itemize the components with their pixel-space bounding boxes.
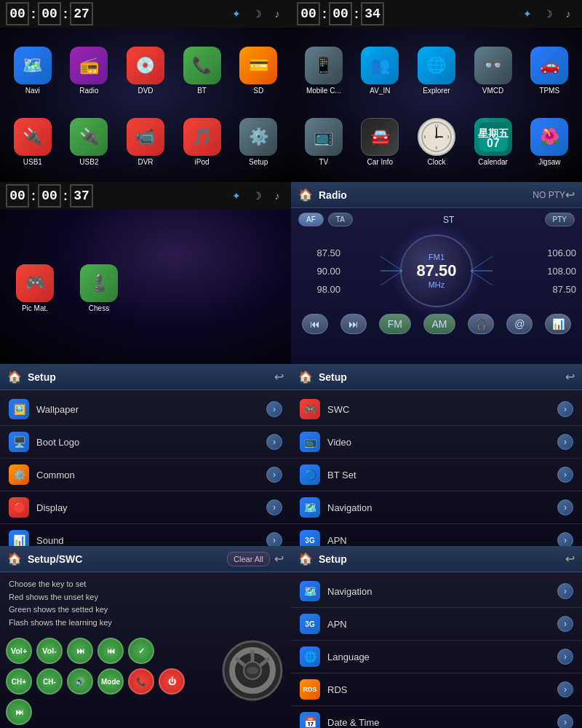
radio-af-btn[interactable]: AF [298,213,324,226]
radio-btn-prev[interactable]: ⏮ [302,314,328,334]
setup-item-swc2[interactable]: 🎮 SWC › [291,393,582,426]
swc-btn-power[interactable]: ⏻ [159,668,185,695]
swc-buttons: Vol+ Vol- ⏭ ⏮ ✓ CH+ CH- 🔊 Mode 📞 ⏻ ⏭ [6,638,212,728]
swc-btn-prev[interactable]: ⏮ [97,638,124,664]
radio-btn-headphone[interactable]: 🎧 [468,314,494,334]
swc-btn-mute[interactable]: 🔊 [67,668,93,695]
app-explorer[interactable]: 🌐 Explorer [410,36,463,105]
app-picmat[interactable]: 🎮 Pic Mat. [6,218,64,358]
app-radio[interactable]: 📻 Radio [63,36,116,105]
time-seg-h1: 00 [6,2,29,25]
setup-item-display[interactable]: 🔴 Display › [0,491,291,524]
steering-wheel-icon [220,638,285,703]
app-mobile[interactable]: 📱 Mobile C... [297,36,351,105]
setup-item-bootlogo[interactable]: 🖥️ Boot Logo › [0,426,291,459]
app-vmcd[interactable]: 👓 VMCD [466,36,520,105]
volume-icon-2: ♪ [560,6,576,22]
app-ipod[interactable]: 🎵 iPod [175,108,229,176]
app-tpms[interactable]: 🚗 TPMS [522,36,576,105]
app-chess[interactable]: ♟️ Chess [70,218,128,358]
app-dvr[interactable]: 📹 DVR [119,108,172,176]
moon-icon: ☽ [249,6,265,22]
setup-item-language2[interactable]: 🌐 Language › [291,641,582,673]
setup-home-icon-2[interactable]: 🏠 [298,370,313,384]
radio-dial: FM1 87.50 MHz [340,234,533,307]
radio-btn-eq[interactable]: 📊 [545,314,571,334]
swc-btn-confirm[interactable]: ✓ [128,638,154,664]
setup-label-wallpaper: Wallpaper [36,404,266,415]
setup-home-icon-3[interactable]: 🏠 [298,552,313,566]
app-label-explorer: Explorer [423,87,450,95]
app-icon-ipod: 🎵 [183,118,221,156]
app-calendar[interactable]: 星期五 07 Calendar [466,108,520,176]
radio-pty-btn[interactable]: PTY [545,213,575,226]
app-label-chess: Chess [89,304,109,312]
swc-btn-next[interactable]: ⏭ [67,638,93,664]
radio-btn-next[interactable]: ⏭ [340,314,367,334]
swc-btn-mode[interactable]: Mode [97,668,124,695]
setup-back-icon-3[interactable]: ↩ [565,552,575,566]
radio-back-icon[interactable]: ↩ [565,188,575,202]
setup-item-rds[interactable]: RDS RDS › [291,673,582,706]
svg-point-3 [435,135,438,138]
swc-btn-phone[interactable]: 📞 [128,668,154,695]
app-icon-usb1: 🔌 [14,118,52,156]
setup-icon-video: 📺 [300,432,320,452]
app-label-calendar: Calendar [478,158,508,166]
setup-arrow-display: › [266,499,282,515]
radio-ta-btn[interactable]: TA [328,213,353,226]
app-avin[interactable]: 👥 AV_IN [354,36,407,105]
app-label-radio: Radio [79,87,98,95]
setup-back-icon-1[interactable]: ↩ [274,370,284,384]
moon-icon-2: ☽ [540,6,556,22]
app-sd[interactable]: 💳 SD [231,36,285,105]
setup-item-sound[interactable]: 📊 Sound › [0,524,291,546]
app-usb2[interactable]: 🔌 USB2 [63,108,116,176]
app-jigsaw[interactable]: 🌺 Jigsaw [522,108,576,176]
setup-item-datetime[interactable]: 📅 Date & Time › [291,706,582,728]
swc-btn-vol-down[interactable]: Vol- [36,638,63,664]
setup-home-icon-1[interactable]: 🏠 [7,370,22,384]
swc-btn-vol-up[interactable]: Vol+ [6,638,32,664]
setup-item-navigation2[interactable]: 🗺️ Navigation › [291,575,582,608]
radio-freq-list-left: 87.50 90.00 98.00 [297,248,340,295]
setup-arrow-video: › [557,434,573,450]
app-tv[interactable]: 📺 TV [297,108,351,176]
radio-home-icon[interactable]: 🏠 [298,188,313,202]
radio-btn-fm[interactable]: FM [379,314,411,334]
app-dvd[interactable]: 💿 DVD [119,36,172,105]
app-setup[interactable]: ⚙️ Setup [231,108,285,176]
radio-btn-at[interactable]: @ [506,314,533,334]
app-bt[interactable]: 📞 BT [175,36,229,105]
swc-clear-button[interactable]: Clear All [227,552,270,566]
radio-freq-r3: 87.50 [533,284,576,295]
swc-btn-ch-up[interactable]: CH+ [6,668,32,695]
app-navi[interactable]: 🗺️ Navi [6,36,60,105]
setup-item-wallpaper[interactable]: 🖼️ Wallpaper › [0,393,291,426]
setup-item-video[interactable]: 📺 Video › [291,426,582,459]
setup-item-apn[interactable]: 3G APN › [291,524,582,546]
setup-back-icon-2[interactable]: ↩ [565,370,575,384]
setup-item-navigation[interactable]: 🗺️ Navigation › [291,491,582,524]
swc-home-icon[interactable]: 🏠 [7,552,22,566]
swc-back-icon[interactable]: ↩ [274,552,284,566]
swc-inst-4: Flash shows the learning key [9,617,282,630]
setup-arrow-language2: › [557,649,573,665]
radio-btn-am[interactable]: AM [423,314,455,334]
swc-btn-play[interactable]: ⏭ [6,699,32,725]
app-carinfo[interactable]: 🚘 Car Info [354,108,407,176]
status-bar-2: 00 : 00 : 34 ✦ ☽ ♪ [291,0,582,28]
setup-item-btset[interactable]: 🔵 BT Set › [291,459,582,491]
time-seg-h2: 00 [297,2,320,25]
app-icon-picmat: 🎮 [16,264,54,302]
swc-btn-ch-down[interactable]: CH- [36,668,63,695]
setup-arrow-wallpaper: › [266,401,282,417]
app-clock[interactable]: 12 3 6 9 Clock [410,108,463,176]
app-usb1[interactable]: 🔌 USB1 [6,108,60,176]
setup-list-3: 🗺️ Navigation › 3G APN › 🌐 Language › RD… [291,572,582,728]
setup-item-common[interactable]: ⚙️ Common › [0,459,291,491]
setup-item-apn2[interactable]: 3G APN › [291,608,582,641]
radio-freq-list-right: 106.00 108.00 87.50 [533,248,576,295]
app-label-tpms: TPMS [539,87,559,95]
app-icon-calendar: 星期五 07 [474,118,512,156]
